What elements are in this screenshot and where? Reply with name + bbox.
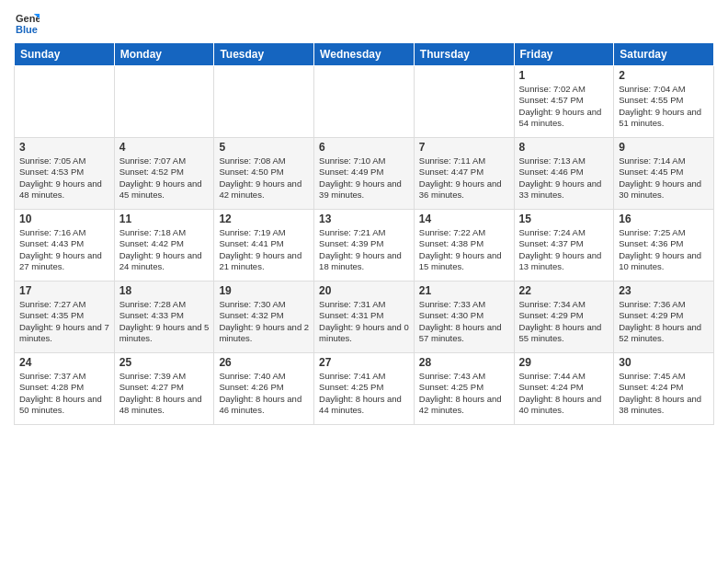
- calendar-cell: 26Sunrise: 7:40 AM Sunset: 4:26 PM Dayli…: [214, 353, 314, 425]
- week-row-5: 24Sunrise: 7:37 AM Sunset: 4:28 PM Dayli…: [15, 353, 714, 425]
- day-info: Sunrise: 7:30 AM Sunset: 4:32 PM Dayligh…: [219, 299, 309, 344]
- calendar-cell: [214, 66, 314, 138]
- calendar-cell: 24Sunrise: 7:37 AM Sunset: 4:28 PM Dayli…: [15, 353, 115, 425]
- day-info: Sunrise: 7:02 AM Sunset: 4:57 PM Dayligh…: [519, 84, 609, 129]
- weekday-monday: Monday: [114, 43, 214, 66]
- day-info: Sunrise: 7:14 AM Sunset: 4:45 PM Dayligh…: [619, 155, 709, 201]
- day-info: Sunrise: 7:39 AM Sunset: 4:27 PM Dayligh…: [119, 371, 210, 416]
- calendar-cell: 12Sunrise: 7:19 AM Sunset: 4:41 PM Dayli…: [214, 210, 314, 282]
- calendar-cell: 20Sunrise: 7:31 AM Sunset: 4:31 PM Dayli…: [314, 282, 415, 353]
- weekday-tuesday: Tuesday: [214, 43, 314, 66]
- day-info: Sunrise: 7:24 AM Sunset: 4:37 PM Dayligh…: [519, 227, 609, 272]
- logo: General Blue: [14, 9, 43, 35]
- calendar-cell: 5Sunrise: 7:08 AM Sunset: 4:50 PM Daylig…: [214, 138, 314, 210]
- week-row-3: 10Sunrise: 7:16 AM Sunset: 4:43 PM Dayli…: [15, 210, 714, 282]
- day-number: 17: [19, 284, 109, 297]
- day-number: 3: [19, 141, 109, 154]
- day-number: 1: [519, 69, 609, 82]
- calendar-cell: 25Sunrise: 7:39 AM Sunset: 4:27 PM Dayli…: [114, 353, 214, 425]
- day-info: Sunrise: 7:37 AM Sunset: 4:28 PM Dayligh…: [19, 371, 109, 416]
- day-info: Sunrise: 7:27 AM Sunset: 4:35 PM Dayligh…: [19, 299, 109, 344]
- day-number: 19: [219, 284, 309, 297]
- day-number: 14: [419, 213, 509, 225]
- day-number: 15: [519, 213, 609, 225]
- calendar-cell: 8Sunrise: 7:13 AM Sunset: 4:46 PM Daylig…: [514, 138, 614, 210]
- day-info: Sunrise: 7:28 AM Sunset: 4:33 PM Dayligh…: [119, 299, 210, 344]
- calendar-cell: 17Sunrise: 7:27 AM Sunset: 4:35 PM Dayli…: [15, 282, 115, 353]
- day-info: Sunrise: 7:05 AM Sunset: 4:53 PM Dayligh…: [19, 155, 109, 201]
- day-number: 25: [119, 356, 210, 369]
- calendar-cell: 30Sunrise: 7:45 AM Sunset: 4:24 PM Dayli…: [614, 353, 714, 425]
- day-number: 29: [519, 356, 609, 369]
- calendar-cell: 6Sunrise: 7:10 AM Sunset: 4:49 PM Daylig…: [314, 138, 415, 210]
- day-info: Sunrise: 7:04 AM Sunset: 4:55 PM Dayligh…: [619, 84, 709, 129]
- svg-text:Blue: Blue: [16, 24, 38, 35]
- day-number: 26: [219, 356, 309, 369]
- day-number: 2: [619, 69, 709, 82]
- day-info: Sunrise: 7:36 AM Sunset: 4:29 PM Dayligh…: [619, 299, 709, 344]
- week-row-4: 17Sunrise: 7:27 AM Sunset: 4:35 PM Dayli…: [15, 282, 714, 353]
- calendar-cell: [15, 66, 115, 138]
- calendar: SundayMondayTuesdayWednesdayThursdayFrid…: [14, 42, 714, 425]
- calendar-cell: [114, 66, 214, 138]
- day-number: 27: [319, 356, 409, 369]
- day-number: 6: [319, 141, 409, 154]
- calendar-cell: 13Sunrise: 7:21 AM Sunset: 4:39 PM Dayli…: [314, 210, 415, 282]
- calendar-cell: 19Sunrise: 7:30 AM Sunset: 4:32 PM Dayli…: [214, 282, 314, 353]
- day-info: Sunrise: 7:45 AM Sunset: 4:24 PM Dayligh…: [619, 371, 709, 416]
- calendar-cell: 15Sunrise: 7:24 AM Sunset: 4:37 PM Dayli…: [514, 210, 614, 282]
- day-info: Sunrise: 7:10 AM Sunset: 4:49 PM Dayligh…: [319, 155, 409, 201]
- day-number: 24: [19, 356, 109, 369]
- day-info: Sunrise: 7:08 AM Sunset: 4:50 PM Dayligh…: [219, 155, 309, 201]
- day-number: 10: [19, 213, 109, 225]
- day-info: Sunrise: 7:34 AM Sunset: 4:29 PM Dayligh…: [519, 299, 609, 344]
- calendar-cell: 14Sunrise: 7:22 AM Sunset: 4:38 PM Dayli…: [414, 210, 514, 282]
- day-number: 22: [519, 284, 609, 297]
- calendar-cell: 16Sunrise: 7:25 AM Sunset: 4:36 PM Dayli…: [614, 210, 714, 282]
- day-info: Sunrise: 7:11 AM Sunset: 4:47 PM Dayligh…: [419, 155, 509, 201]
- calendar-cell: 1Sunrise: 7:02 AM Sunset: 4:57 PM Daylig…: [514, 66, 614, 138]
- weekday-friday: Friday: [514, 43, 614, 66]
- weekday-thursday: Thursday: [414, 43, 514, 66]
- page: General Blue SundayMondayTuesdayWednesda…: [0, 0, 728, 563]
- day-info: Sunrise: 7:22 AM Sunset: 4:38 PM Dayligh…: [419, 227, 509, 272]
- day-info: Sunrise: 7:44 AM Sunset: 4:24 PM Dayligh…: [519, 371, 609, 416]
- calendar-cell: 21Sunrise: 7:33 AM Sunset: 4:30 PM Dayli…: [414, 282, 514, 353]
- day-info: Sunrise: 7:25 AM Sunset: 4:36 PM Dayligh…: [619, 227, 709, 272]
- day-info: Sunrise: 7:16 AM Sunset: 4:43 PM Dayligh…: [19, 227, 109, 272]
- day-number: 16: [619, 213, 709, 225]
- weekday-wednesday: Wednesday: [314, 43, 415, 66]
- day-number: 12: [219, 213, 309, 225]
- weekday-header-row: SundayMondayTuesdayWednesdayThursdayFrid…: [15, 43, 714, 66]
- day-number: 11: [119, 213, 210, 225]
- day-number: 13: [319, 213, 409, 225]
- day-number: 8: [519, 141, 609, 154]
- calendar-cell: 18Sunrise: 7:28 AM Sunset: 4:33 PM Dayli…: [114, 282, 214, 353]
- day-info: Sunrise: 7:40 AM Sunset: 4:26 PM Dayligh…: [219, 371, 309, 416]
- calendar-cell: 11Sunrise: 7:18 AM Sunset: 4:42 PM Dayli…: [114, 210, 214, 282]
- calendar-cell: 7Sunrise: 7:11 AM Sunset: 4:47 PM Daylig…: [414, 138, 514, 210]
- calendar-cell: 23Sunrise: 7:36 AM Sunset: 4:29 PM Dayli…: [614, 282, 714, 353]
- day-number: 20: [319, 284, 409, 297]
- logo-icon: General Blue: [14, 9, 40, 35]
- calendar-cell: 9Sunrise: 7:14 AM Sunset: 4:45 PM Daylig…: [614, 138, 714, 210]
- calendar-cell: 27Sunrise: 7:41 AM Sunset: 4:25 PM Dayli…: [314, 353, 415, 425]
- day-number: 4: [119, 141, 210, 154]
- weekday-saturday: Saturday: [614, 43, 714, 66]
- day-info: Sunrise: 7:21 AM Sunset: 4:39 PM Dayligh…: [319, 227, 409, 272]
- day-info: Sunrise: 7:07 AM Sunset: 4:52 PM Dayligh…: [119, 155, 210, 201]
- calendar-cell: 22Sunrise: 7:34 AM Sunset: 4:29 PM Dayli…: [514, 282, 614, 353]
- calendar-cell: 29Sunrise: 7:44 AM Sunset: 4:24 PM Dayli…: [514, 353, 614, 425]
- day-number: 28: [419, 356, 509, 369]
- day-info: Sunrise: 7:33 AM Sunset: 4:30 PM Dayligh…: [419, 299, 509, 344]
- day-info: Sunrise: 7:31 AM Sunset: 4:31 PM Dayligh…: [319, 299, 409, 344]
- calendar-cell: 10Sunrise: 7:16 AM Sunset: 4:43 PM Dayli…: [15, 210, 115, 282]
- day-info: Sunrise: 7:13 AM Sunset: 4:46 PM Dayligh…: [519, 155, 609, 201]
- day-number: 7: [419, 141, 509, 154]
- day-number: 5: [219, 141, 309, 154]
- calendar-cell: 4Sunrise: 7:07 AM Sunset: 4:52 PM Daylig…: [114, 138, 214, 210]
- week-row-2: 3Sunrise: 7:05 AM Sunset: 4:53 PM Daylig…: [15, 138, 714, 210]
- week-row-1: 1Sunrise: 7:02 AM Sunset: 4:57 PM Daylig…: [15, 66, 714, 138]
- weekday-sunday: Sunday: [15, 43, 115, 66]
- day-number: 18: [119, 284, 210, 297]
